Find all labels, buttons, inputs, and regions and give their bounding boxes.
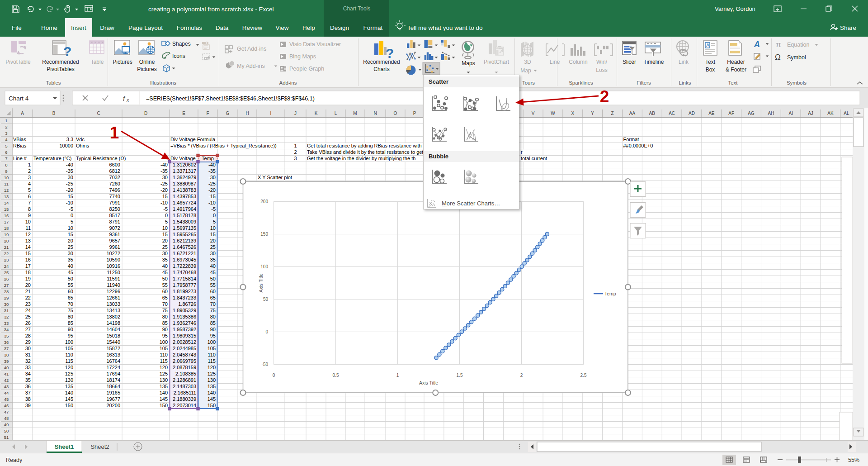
svg-text:Help: Help	[302, 24, 315, 31]
svg-text:creating a polynomial from scr: creating a polynomial from scratch.xlsx …	[148, 6, 274, 13]
svg-text:Timeline: Timeline	[644, 59, 664, 65]
svg-text:135: 135	[208, 384, 216, 389]
svg-text:File: File	[12, 24, 22, 31]
svg-text:34: 34	[25, 371, 31, 376]
svg-text:1: 1	[5, 118, 7, 123]
svg-text:140: 140	[65, 390, 73, 395]
svg-text:Ready: Ready	[6, 457, 23, 463]
svg-text:115: 115	[65, 358, 73, 364]
svg-text:=VBias * (VBias / (RBias + Typ: =VBias * (VBias / (RBias + Typical_Resis…	[170, 143, 277, 148]
svg-text:Ω: Ω	[775, 53, 781, 62]
svg-text:Symbols: Symbols	[787, 80, 807, 86]
svg-text:Link: Link	[679, 59, 689, 65]
svg-text:27: 27	[25, 327, 31, 332]
svg-text:Format: Format	[363, 24, 383, 31]
svg-text:VBias: VBias	[13, 137, 26, 142]
svg-text:Share: Share	[840, 24, 856, 31]
svg-text:40: 40	[68, 263, 73, 269]
svg-text:2: 2	[294, 149, 297, 155]
svg-text:1: 1	[294, 143, 297, 148]
svg-text:140: 140	[208, 390, 216, 395]
svg-text:41: 41	[4, 371, 9, 376]
svg-text:10: 10	[4, 175, 9, 180]
svg-text:32: 32	[4, 314, 9, 319]
svg-text:x: x	[126, 97, 129, 103]
svg-text:80: 80	[162, 314, 168, 319]
svg-text:37: 37	[25, 390, 31, 395]
svg-text:14: 14	[4, 200, 9, 205]
svg-text:A: A	[21, 111, 24, 116]
svg-text:1.5697135: 1.5697135	[173, 225, 196, 231]
svg-text:Maps: Maps	[462, 60, 475, 67]
svg-text:23: 23	[4, 257, 9, 262]
svg-text:150: 150	[260, 232, 268, 237]
svg-text:5: 5	[71, 219, 73, 224]
svg-text:145: 145	[65, 396, 73, 402]
svg-text:7: 7	[5, 156, 7, 161]
svg-text:20: 20	[4, 238, 9, 243]
svg-text:10590: 10590	[106, 257, 120, 262]
svg-text:16764: 16764	[106, 358, 120, 364]
svg-text:9072: 9072	[109, 225, 120, 231]
svg-text:17: 17	[4, 219, 9, 224]
svg-text:6812: 6812	[109, 168, 120, 174]
svg-text:11: 11	[4, 181, 9, 186]
svg-text:6: 6	[28, 194, 31, 199]
svg-text:14: 14	[25, 244, 31, 250]
svg-text:AF: AF	[728, 111, 734, 116]
svg-text:60: 60	[68, 289, 73, 294]
svg-text:1.5178178: 1.5178178	[173, 213, 196, 218]
svg-text:1.4138783: 1.4138783	[173, 187, 196, 193]
svg-text:35: 35	[210, 257, 216, 262]
svg-text:20: 20	[210, 238, 216, 243]
svg-text:85: 85	[68, 320, 73, 326]
svg-text:=SERIES(Sheet1!$F$7,Sheet1!$E$: =SERIES(Sheet1!$F$7,Sheet1!$E$8:$E$46,Sh…	[146, 95, 315, 102]
svg-text:75: 75	[210, 308, 216, 313]
svg-text:1.8905329: 1.8905329	[173, 308, 196, 313]
svg-text:Filters: Filters	[637, 80, 651, 86]
svg-text:39: 39	[25, 403, 31, 408]
svg-text:13: 13	[25, 238, 31, 243]
svg-text:38: 38	[4, 352, 9, 357]
svg-text:110: 110	[160, 352, 168, 357]
svg-text:49: 49	[4, 422, 9, 427]
svg-text:0: 0	[213, 213, 216, 218]
svg-text:0: 0	[165, 213, 168, 218]
svg-text:Sparklines: Sparklines	[569, 80, 593, 86]
svg-text:AJ: AJ	[808, 111, 813, 116]
svg-text:Take VBias and divide it by th: Take VBias and divide it by the total re…	[307, 149, 423, 155]
svg-text:130: 130	[160, 377, 168, 383]
svg-text:145: 145	[208, 396, 216, 402]
svg-text:4: 4	[5, 137, 7, 142]
svg-text:20200: 20200	[106, 403, 120, 408]
svg-text:25: 25	[210, 244, 216, 250]
svg-text:135: 135	[160, 384, 168, 389]
svg-text:13: 13	[4, 194, 9, 199]
svg-text:29: 29	[25, 339, 31, 345]
svg-text:7032: 7032	[109, 175, 120, 180]
svg-text:2.5: 2.5	[580, 373, 587, 378]
svg-text:25: 25	[68, 244, 73, 250]
svg-text:150: 150	[208, 403, 216, 408]
svg-text:18: 18	[4, 226, 9, 231]
svg-text:View: View	[275, 24, 288, 31]
svg-text:30: 30	[25, 346, 31, 351]
svg-text:125: 125	[208, 371, 216, 376]
svg-text:1.86726: 1.86726	[178, 301, 196, 307]
svg-text:19677: 19677	[106, 396, 120, 402]
svg-text:-30: -30	[208, 175, 216, 180]
svg-text:15: 15	[162, 232, 168, 237]
svg-text:85: 85	[162, 320, 168, 326]
svg-text:Bing Maps: Bing Maps	[289, 53, 316, 60]
svg-text:3: 3	[294, 156, 297, 161]
svg-text:1.9809315: 1.9809315	[173, 333, 196, 338]
svg-text:7740: 7740	[109, 194, 120, 199]
svg-text:50: 50	[4, 428, 9, 433]
svg-text:11591: 11591	[107, 276, 120, 281]
svg-text:AG: AG	[748, 111, 755, 116]
svg-text:36: 36	[25, 384, 31, 389]
svg-text:8791: 8791	[109, 219, 120, 224]
svg-text:Table: Table	[91, 59, 104, 65]
svg-text:2.0244985: 2.0244985	[173, 346, 196, 351]
svg-text:PivotTable: PivotTable	[5, 59, 31, 65]
